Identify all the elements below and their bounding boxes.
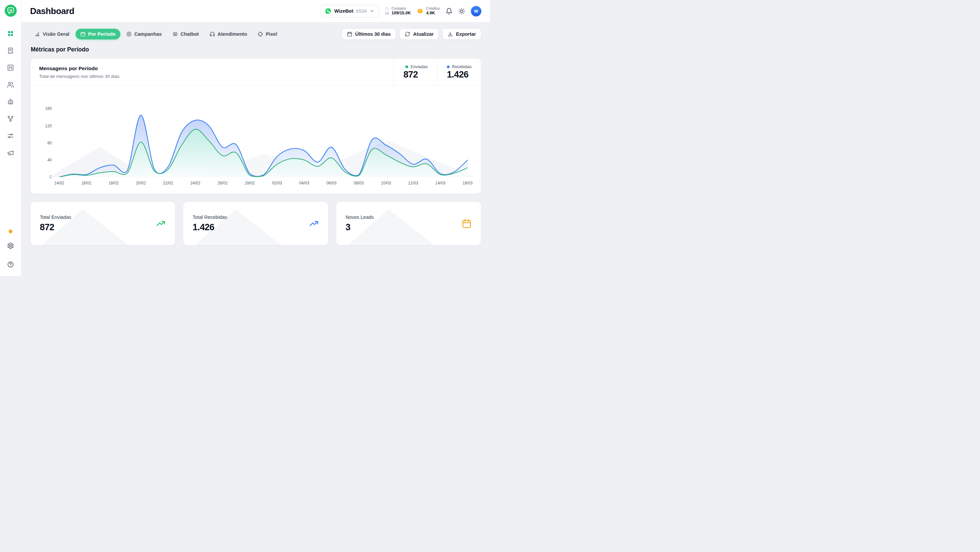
- chart-subtitle: Total de mensagens nos últimos 30 dias: [39, 74, 385, 79]
- y-axis-label: 160: [30, 106, 52, 111]
- contacts-gauge-icon: 1%: [385, 7, 389, 15]
- stat-enviadas: Enviadas 872: [394, 59, 437, 85]
- gear-icon: [7, 242, 14, 249]
- chart-card-header: Mensagens por Período Total de mensagens…: [30, 59, 481, 86]
- crosshair-icon: [258, 32, 263, 37]
- page-title: Dashboard: [30, 6, 74, 16]
- bot-face-icon: [172, 32, 178, 37]
- help-circle-icon: [7, 261, 14, 268]
- refresh-button[interactable]: Atualizar: [399, 29, 439, 40]
- sidebar-item-reports[interactable]: [4, 44, 17, 57]
- trending-up-icon: [309, 218, 319, 229]
- toolbar: Últimos 30 dias Atualizar Exportar: [342, 29, 481, 40]
- wizebot-logo-icon[interactable]: W: [4, 4, 17, 17]
- bell-icon: [445, 8, 453, 15]
- card-value: 1.426: [192, 222, 227, 232]
- sidebar-item-apps[interactable]: [4, 27, 17, 40]
- tab-label: Visão Geral: [43, 32, 70, 37]
- sidebar-item-flows[interactable]: [4, 112, 17, 125]
- sidebar-bottom: [4, 229, 17, 270]
- x-axis-label: 14/02: [54, 181, 64, 185]
- tab-label: Atendimento: [218, 32, 247, 37]
- credits-chip: Créditos 4.9K: [417, 6, 440, 16]
- stat-label: Enviadas: [410, 65, 428, 69]
- avatar[interactable]: W: [471, 6, 481, 16]
- x-axis-label: 22/02: [163, 181, 173, 185]
- card-total-enviadas: Total Enviadas 872: [30, 202, 175, 246]
- megaphone-icon: [7, 150, 14, 156]
- tab-por-periodo[interactable]: Por Período: [76, 29, 120, 40]
- y-axis-label: 40: [30, 158, 52, 162]
- tab-bar: Visão Geral Por Período Campanhas Chatbo…: [30, 29, 481, 40]
- card-title: Total Enviadas: [40, 215, 71, 220]
- y-axis-label: 80: [30, 141, 52, 145]
- kanban-icon: [7, 64, 14, 71]
- card-total-recebidas: Total Recebidas 1.426: [183, 202, 328, 246]
- instance-selector[interactable]: WizeBot 6534: [321, 5, 379, 17]
- x-axis-label: 20/02: [136, 181, 146, 185]
- date-range-button[interactable]: Últimos 30 dias: [342, 29, 396, 40]
- sidebar-item-contacts[interactable]: [4, 78, 17, 91]
- x-axis-label: 16/02: [81, 181, 91, 185]
- tab-label: Chatbot: [180, 32, 199, 37]
- download-icon: [447, 32, 453, 37]
- tab-chatbot[interactable]: Chatbot: [168, 29, 204, 40]
- bar-chart-icon: [35, 32, 40, 37]
- x-axis-label: 18/02: [109, 181, 119, 185]
- tab-visao-geral[interactable]: Visão Geral: [30, 29, 74, 40]
- x-axis-label: 06/03: [326, 181, 337, 185]
- main-area: Dashboard WizeBot 6534 1% Contatos 109/1…: [21, 0, 490, 276]
- date-range-label: Últimos 30 dias: [355, 32, 391, 37]
- credits-label: Créditos: [426, 6, 440, 11]
- sidebar: W: [0, 0, 21, 276]
- svg-text:W: W: [9, 9, 12, 12]
- stat-value: 872: [403, 70, 428, 80]
- card-value: 3: [345, 222, 374, 232]
- headphones-icon: [210, 32, 215, 37]
- notifications-button[interactable]: [445, 8, 453, 15]
- tab-atendimento[interactable]: Atendimento: [205, 29, 252, 40]
- x-axis-label: 26/02: [218, 181, 228, 185]
- trending-up-icon: [156, 218, 166, 229]
- sidebar-item-settings[interactable]: [4, 239, 17, 252]
- sidebar-item-bot[interactable]: [4, 95, 17, 108]
- app-root: W: [0, 0, 490, 276]
- coin-icon: [417, 7, 424, 15]
- contacts-percent: 1%: [385, 12, 389, 15]
- sidebar-item-settings-sliders[interactable]: [4, 129, 17, 142]
- card-title: Novos Leads: [345, 215, 374, 220]
- x-axis-label: 04/03: [299, 181, 309, 185]
- calendar-icon: [347, 32, 352, 37]
- chart-title: Mensagens por Período: [39, 65, 385, 72]
- chart-plot[interactable]: [59, 103, 468, 177]
- contacts-chip: 1% Contatos 109/15.0K: [385, 6, 411, 16]
- chart-area: 0408012016014/0216/0218/0220/0222/0224/0…: [30, 86, 481, 194]
- tab-pixel[interactable]: Pixel: [253, 29, 282, 40]
- export-button[interactable]: Exportar: [442, 29, 481, 40]
- tab-campanhas[interactable]: Campanhas: [122, 29, 167, 40]
- sidebar-item-campaigns[interactable]: [4, 146, 17, 159]
- card-novos-leads: Novos Leads 3: [336, 202, 481, 246]
- stat-dot: [406, 65, 408, 68]
- credits-value: 4.9K: [426, 11, 440, 16]
- content: Visão Geral Por Período Campanhas Chatbo…: [21, 22, 490, 276]
- x-axis-label: 16/03: [463, 181, 473, 185]
- sliders-icon: [7, 132, 14, 139]
- sun-icon: [458, 8, 465, 15]
- stat-recebidas: Recebidas 1.426: [437, 59, 481, 85]
- topbar: Dashboard WizeBot 6534 1% Contatos 109/1…: [21, 0, 490, 22]
- summary-cards-row: Total Enviadas 872 Total Recebidas 1.426: [30, 202, 481, 246]
- flow-nodes-icon: [7, 115, 14, 122]
- y-axis-label: 120: [30, 124, 52, 128]
- x-axis-label: 12/03: [408, 181, 418, 185]
- calendar-icon: [80, 32, 86, 37]
- status-dot: [9, 229, 13, 233]
- receipt-icon: [7, 47, 14, 54]
- theme-toggle-button[interactable]: [458, 8, 465, 15]
- x-axis-label: 08/03: [354, 181, 364, 185]
- sidebar-item-help[interactable]: [4, 258, 17, 270]
- sidebar-item-kanban[interactable]: [4, 61, 17, 74]
- contacts-value: 109/15.0K: [391, 11, 411, 16]
- x-axis-label: 10/03: [381, 181, 391, 185]
- x-axis-label: 24/02: [190, 181, 200, 185]
